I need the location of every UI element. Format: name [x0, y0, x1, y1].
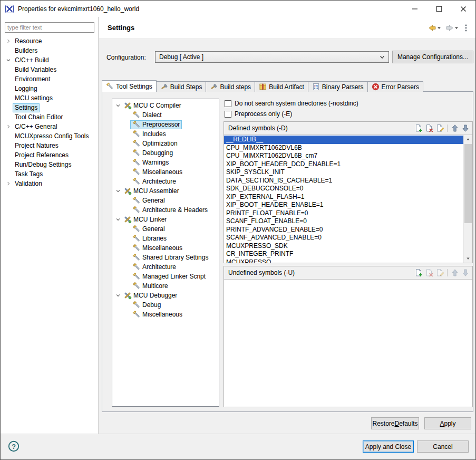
chevron-down-icon[interactable] — [454, 26, 459, 30]
sidebar-item-mcu-settings[interactable]: MCU settings — [1, 93, 98, 103]
chevron-right-icon[interactable] — [4, 123, 13, 130]
sidebar-item-tool-chain-editor[interactable]: Tool Chain Editor — [1, 112, 98, 122]
scroll-up-icon[interactable] — [464, 135, 472, 143]
tool-tree-item-mcu-linker[interactable]: MCU Linker — [112, 215, 219, 224]
tab-build-artifact[interactable]: Build Artifact — [255, 81, 308, 92]
sidebar-item-builders[interactable]: Builders — [1, 46, 98, 55]
chevron-down-icon[interactable] — [114, 188, 121, 195]
move-down-icon[interactable] — [461, 124, 470, 132]
sidebar-item-project-natures[interactable]: Project Natures — [1, 141, 98, 150]
scrollbar-thumb[interactable] — [464, 144, 472, 223]
defined-symbol-row[interactable]: SKIP_SYSCLK_INIT — [224, 168, 463, 177]
scrollbar[interactable] — [463, 135, 472, 263]
cancel-button[interactable]: Cancel — [417, 440, 469, 453]
defined-symbol-row[interactable]: CR_INTEGER_PRINTF — [224, 250, 463, 258]
tool-tree-item-linker-general[interactable]: General — [112, 224, 219, 234]
maximize-button[interactable] — [427, 1, 451, 17]
edit-symbol-icon[interactable] — [435, 269, 444, 277]
chevron-down-icon[interactable] — [114, 292, 121, 299]
tool-tree-item-linker-architecture[interactable]: Architecture — [112, 262, 219, 272]
help-icon[interactable] — [8, 440, 20, 452]
tab-binary-parsers[interactable]: Binary Parsers — [308, 81, 368, 92]
sidebar-item-logging[interactable]: Logging — [1, 84, 98, 93]
chevron-right-icon[interactable] — [4, 180, 13, 187]
chevron-down-icon[interactable] — [4, 56, 13, 64]
defined-symbol-row[interactable]: XIP_BOOT_HEADER_ENABLE=1 — [224, 201, 463, 209]
tool-tree-item-debugger-miscellaneous[interactable]: Miscellaneous — [112, 310, 219, 319]
configuration-select[interactable]: Debug [ Active ] — [155, 51, 389, 63]
chevron-right-icon[interactable] — [4, 37, 13, 45]
tool-tree-item-mcu-c-compiler[interactable]: MCU C Compiler — [112, 101, 219, 110]
add-symbol-icon[interactable] — [414, 269, 423, 277]
sidebar-item-project-references[interactable]: Project References — [1, 150, 98, 160]
defined-symbol-row[interactable]: MCUXPRESSO_SDK — [224, 242, 463, 251]
sidebar-item-mcuxpresso-config-tools[interactable]: MCUXpresso Config Tools — [1, 131, 98, 141]
preprocess-only-checkbox[interactable] — [225, 111, 231, 118]
defined-symbol-row[interactable]: XIP_BOOT_HEADER_DCD_ENABLE=1 — [224, 160, 463, 169]
defined-symbol-row[interactable]: PRINTF_FLOAT_ENABLE=0 — [224, 209, 463, 218]
restore-defaults-button[interactable]: Restore Defaults — [371, 417, 419, 429]
tool-tree-item-mcu-assembler[interactable]: MCU Assembler — [112, 186, 219, 196]
close-button[interactable] — [451, 1, 475, 17]
sidebar-item-ccpp-general[interactable]: C/C++ General — [1, 122, 98, 131]
tab-build-steps[interactable]: Build Steps — [156, 81, 207, 92]
sidebar-item-validation[interactable]: Validation — [1, 179, 98, 188]
nostdinc-checkbox[interactable] — [225, 100, 231, 107]
undefined-symbols-list[interactable] — [224, 280, 472, 407]
defined-symbol-row[interactable]: SCANF_FLOAT_ENABLE=0 — [224, 217, 463, 226]
defined-symbol-row[interactable]: SDK_DEBUGCONSOLE=0 — [224, 185, 463, 193]
sidebar-item-resource[interactable]: Resource — [1, 36, 98, 46]
tool-tree-item-general[interactable]: General — [112, 196, 219, 205]
tab-tool-settings[interactable]: Tool Settings — [102, 80, 157, 92]
defined-symbol-row[interactable]: __REDLIB__ — [224, 136, 463, 144]
defined-symbol-row[interactable]: DATA_SECTION_IS_CACHEABLE=1 — [224, 177, 463, 185]
tool-tree-item-architecture-headers[interactable]: Architecture & Headers — [112, 205, 219, 215]
sidebar-item-task-tags[interactable]: Task Tags — [1, 169, 98, 179]
sidebar-item-environment[interactable]: Environment — [1, 74, 98, 84]
forward-button[interactable] — [444, 23, 460, 33]
defined-symbol-row[interactable]: XIP_EXTERNAL_FLASH=1 — [224, 193, 463, 202]
defined-symbol-row[interactable]: CPU_MIMXRT1062DVL6B — [224, 144, 463, 152]
tool-tree-item-libraries[interactable]: Libraries — [112, 234, 219, 243]
manage-configurations-button[interactable]: Manage Configurations... — [392, 51, 473, 63]
sidebar-item-build-variables[interactable]: Build Variables — [1, 65, 98, 74]
move-up-icon[interactable] — [451, 269, 459, 277]
apply-button[interactable]: Apply — [424, 417, 471, 429]
defined-symbol-row[interactable]: PRINTF_ADVANCED_ENABLE=0 — [224, 226, 463, 234]
defined-symbol-row[interactable]: CPU_MIMXRT1062DVL6B_cm7 — [224, 152, 463, 160]
tool-tree-item-dialect[interactable]: Dialect — [112, 110, 219, 120]
filter-input[interactable] — [5, 22, 94, 33]
delete-symbol-icon[interactable] — [425, 269, 433, 277]
edit-symbol-icon[interactable] — [435, 124, 444, 132]
tool-tree-item-preprocessor[interactable]: Preprocessor — [112, 120, 219, 129]
chevron-down-icon[interactable] — [114, 102, 121, 109]
defined-symbol-row[interactable]: MCUXPRESSO — [224, 258, 463, 263]
back-button[interactable] — [427, 23, 442, 33]
delete-symbol-icon[interactable] — [425, 124, 433, 132]
tool-tree-item-multicore[interactable]: Multicore — [112, 281, 219, 291]
tool-tree-item-linker-miscellaneous[interactable]: Miscellaneous — [112, 243, 219, 253]
tab-build-steps-2[interactable]: Build steps — [206, 81, 255, 92]
minimize-button[interactable] — [403, 1, 427, 17]
chevron-down-icon[interactable] — [437, 26, 441, 30]
tool-tree-item-miscellaneous[interactable]: Miscellaneous — [112, 167, 219, 177]
tool-tree-item-mcu-debugger[interactable]: MCU Debugger — [112, 291, 219, 300]
move-down-icon[interactable] — [461, 269, 470, 277]
sidebar-item-run-debug-settings[interactable]: Run/Debug Settings — [1, 160, 98, 169]
tool-tree-item-architecture[interactable]: Architecture — [112, 177, 219, 186]
tool-tree-item-warnings[interactable]: Warnings — [112, 158, 219, 167]
tool-tree-item-managed-linker-script[interactable]: Managed Linker Script — [112, 272, 219, 281]
sidebar-item-settings[interactable]: Settings — [1, 103, 98, 112]
chevron-down-icon[interactable] — [114, 216, 121, 223]
view-menu-icon[interactable] — [462, 24, 470, 32]
move-up-icon[interactable] — [451, 124, 459, 132]
add-symbol-icon[interactable] — [414, 124, 423, 132]
defined-symbol-row[interactable]: SCANF_ADVANCED_ENABLE=0 — [224, 234, 463, 242]
scroll-down-icon[interactable] — [464, 254, 472, 263]
tool-tree-item-shared-library-settings[interactable]: Shared Library Settings — [112, 253, 219, 262]
tool-tree-item-debugging[interactable]: Debugging — [112, 148, 219, 158]
tool-tree-item-optimization[interactable]: Optimization — [112, 139, 219, 148]
sidebar-item-ccpp-build[interactable]: C/C++ Build — [1, 55, 98, 65]
apply-and-close-button[interactable]: Apply and Close — [363, 440, 414, 453]
tab-error-parsers[interactable]: Error Parsers — [367, 81, 423, 92]
